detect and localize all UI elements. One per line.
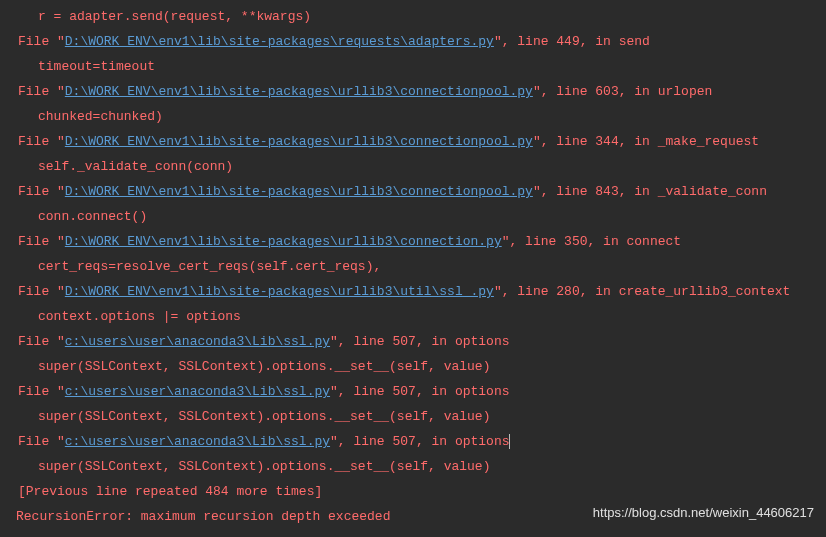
file-path-link[interactable]: D:\WORK ENV\env1\lib\site-packages\urlli… <box>65 234 502 249</box>
file-path-link[interactable]: D:\WORK ENV\env1\lib\site-packages\urlli… <box>65 184 533 199</box>
traceback-file-line: File "D:\WORK ENV\env1\lib\site-packages… <box>8 79 818 104</box>
traceback-file-line: File "D:\WORK ENV\env1\lib\site-packages… <box>8 279 818 304</box>
text-cursor <box>509 434 510 449</box>
traceback-file-line: File "D:\WORK ENV\env1\lib\site-packages… <box>8 129 818 154</box>
file-path-link[interactable]: D:\WORK ENV\env1\lib\site-packages\urlli… <box>65 284 494 299</box>
traceback-code-line: timeout=timeout <box>8 54 818 79</box>
traceback-file-line: File "c:\users\user\anaconda3\Lib\ssl.py… <box>8 379 818 404</box>
traceback-file-line: File "c:\users\user\anaconda3\Lib\ssl.py… <box>8 429 818 454</box>
traceback-output: r = adapter.send(request, **kwargs)File … <box>8 4 818 504</box>
watermark: https://blog.csdn.net/weixin_44606217 <box>593 500 814 525</box>
traceback-file-line: File "D:\WORK ENV\env1\lib\site-packages… <box>8 179 818 204</box>
traceback-code-line: context.options |= options <box>8 304 818 329</box>
traceback-file-line: File "D:\WORK ENV\env1\lib\site-packages… <box>8 229 818 254</box>
file-path-link[interactable]: c:\users\user\anaconda3\Lib\ssl.py <box>65 384 330 399</box>
traceback-file-line: File "D:\WORK ENV\env1\lib\site-packages… <box>8 29 818 54</box>
file-path-link[interactable]: c:\users\user\anaconda3\Lib\ssl.py <box>65 334 330 349</box>
traceback-code-line: self._validate_conn(conn) <box>8 154 818 179</box>
traceback-code-line: r = adapter.send(request, **kwargs) <box>8 4 818 29</box>
file-path-link[interactable]: c:\users\user\anaconda3\Lib\ssl.py <box>65 434 330 449</box>
traceback-code-line: cert_reqs=resolve_cert_reqs(self.cert_re… <box>8 254 818 279</box>
traceback-code-line: conn.connect() <box>8 204 818 229</box>
file-path-link[interactable]: D:\WORK ENV\env1\lib\site-packages\urlli… <box>65 134 533 149</box>
traceback-code-line: super(SSLContext, SSLContext).options.__… <box>8 404 818 429</box>
traceback-code-line: super(SSLContext, SSLContext).options.__… <box>8 354 818 379</box>
traceback-code-line: chunked=chunked) <box>8 104 818 129</box>
traceback-file-line: File "c:\users\user\anaconda3\Lib\ssl.py… <box>8 329 818 354</box>
file-path-link[interactable]: D:\WORK ENV\env1\lib\site-packages\urlli… <box>65 84 533 99</box>
file-path-link[interactable]: D:\WORK ENV\env1\lib\site-packages\reque… <box>65 34 494 49</box>
traceback-code-line: super(SSLContext, SSLContext).options.__… <box>8 454 818 479</box>
